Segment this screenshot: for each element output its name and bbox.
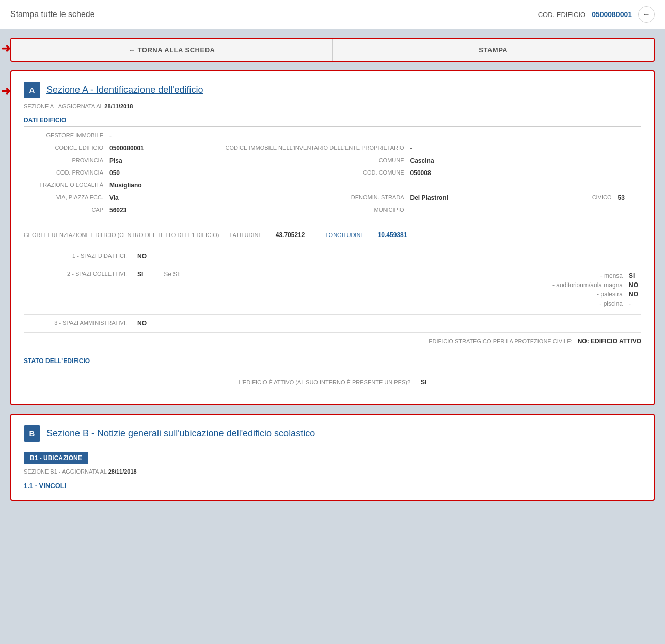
piscina-label: - piscina bbox=[549, 300, 626, 308]
longitudine-label: LONGITUDINE bbox=[325, 232, 364, 238]
codice-edificio-value: 0500080001 bbox=[106, 142, 222, 154]
frazione-label: FRAZIONE O LOCALITÀ bbox=[24, 179, 106, 192]
palestra-label: - palestra bbox=[549, 290, 626, 299]
via-label: VIA, PIAZZA ECC. bbox=[24, 192, 106, 204]
section-b1-update-info: SEZIONE B1 - AGGIORNATA AL 28/11/2018 bbox=[24, 468, 641, 475]
spazi-collettivi-row: 2 - Spazi collettivi: SI Se SI: - mensa … bbox=[24, 265, 641, 315]
gestore-value: - bbox=[106, 130, 222, 142]
cod-comune-label: COD. COMUNE bbox=[222, 167, 407, 179]
comune-value: Cascina bbox=[407, 154, 532, 167]
latitudine-value: 43.705212 bbox=[276, 231, 305, 239]
gestore-label: GESTORE IMMOBILE bbox=[24, 130, 106, 142]
georef-label: GEOREFERENZIAZIONE EDIFICIO (centro del … bbox=[24, 232, 219, 238]
palestra-value: NO bbox=[627, 290, 640, 299]
mensa-row: - mensa SI bbox=[549, 272, 640, 280]
back-to-scheda-button[interactable]: ← TORNA ALLA SCHEDA bbox=[11, 39, 333, 61]
provincia-label: PROVINCIA bbox=[24, 154, 106, 167]
b1-ubicazione-badge: B1 - UBICAZIONE bbox=[24, 452, 88, 464]
main-content: ➜ ← TORNA ALLA SCHEDA STAMPA ➜ A Sezione… bbox=[0, 29, 665, 517]
print-button[interactable]: STAMPA bbox=[333, 39, 654, 61]
frazione-row: FRAZIONE O LOCALITÀ Musigliano bbox=[24, 179, 641, 192]
palestra-row: - palestra NO bbox=[549, 290, 640, 299]
comune-label: COMUNE bbox=[222, 154, 407, 167]
mensa-label: - mensa bbox=[549, 272, 626, 280]
back-circle-button[interactable]: ← bbox=[638, 6, 655, 23]
codice-edificio-row: CODICE EDIFICIO 0500080001 CODICE IMMOBI… bbox=[24, 142, 641, 154]
cod-edificio-label: COD. EDIFICIO bbox=[538, 11, 585, 19]
auditorium-value: NO bbox=[627, 281, 640, 289]
latitudine-label: LATITUDINE bbox=[229, 232, 262, 238]
dati-edificio-title: DATI EDIFICIO bbox=[24, 117, 641, 127]
cod-comune-value: 050008 bbox=[407, 167, 532, 179]
spazi-collettivi-value: SI bbox=[137, 271, 143, 278]
action-bar: ← TORNA ALLA SCHEDA STAMPA bbox=[10, 38, 655, 62]
frazione-value: Musigliano bbox=[106, 179, 222, 192]
municipio-label: MUNICIPIO bbox=[222, 204, 407, 216]
cap-label: CAP bbox=[24, 204, 106, 216]
section-b-title: Sezione B - Notizie generali sull'ubicaz… bbox=[46, 428, 315, 439]
gestore-row: GESTORE IMMOBILE - bbox=[24, 130, 641, 142]
vincoli-title: 1.1 - VINCOLI bbox=[24, 482, 641, 490]
civico-value: 53 bbox=[615, 192, 641, 204]
longitudine-value: 10.459381 bbox=[378, 231, 407, 239]
arrow-indicator-1: ➜ bbox=[1, 42, 10, 55]
denomin-strada-value: Dei Piastroni bbox=[407, 192, 532, 204]
provincia-row: PROVINCIA Pisa COMUNE Cascina bbox=[24, 154, 641, 167]
cod-provincia-label: COD. PROVINCIA bbox=[24, 167, 106, 179]
spazi-didattici-row: 1 - Spazi didattici: NO bbox=[24, 247, 641, 265]
civico-label: CIVICO bbox=[532, 192, 615, 204]
spazi-collettivi-sub-table: - mensa SI - auditorioum/aula magna NO -… bbox=[548, 271, 641, 309]
top-header: Stampa tutte le schede COD. EDIFICIO 050… bbox=[0, 0, 665, 29]
spazi-amministrativi-label: 3 - Spazi amministrativi: bbox=[24, 320, 137, 326]
strategico-row: EDIFICIO STRATEGICO PER LA PROTEZIONE CI… bbox=[24, 333, 641, 350]
via-row: VIA, PIAZZA ECC. Via DENOMIN. STRADA Dei… bbox=[24, 192, 641, 204]
arrow-indicator-2: ➜ bbox=[1, 85, 10, 98]
section-a-title: Sezione A - Identificazione dell'edifici… bbox=[46, 85, 203, 96]
spazi-didattici-label: 1 - Spazi didattici: bbox=[24, 253, 137, 259]
divider-1 bbox=[24, 222, 641, 222]
attivo-label: L'EDIFICIO È ATTIVO (AL SUO INTERNO È PR… bbox=[239, 379, 410, 385]
section-b-badge: B bbox=[24, 425, 40, 442]
section-a-header: A Sezione A - Identificazione dell'edifi… bbox=[24, 82, 641, 98]
page-title: Stampa tutte le schede bbox=[10, 10, 95, 19]
codice-immobile-label: CODICE IMMOBILE NELL'INVENTARIO DELL'ENT… bbox=[222, 142, 407, 154]
spazi-amministrativi-row: 3 - Spazi amministrativi: NO bbox=[24, 315, 641, 333]
piscina-value: - bbox=[627, 300, 640, 308]
cod-edificio-value: 0500080001 bbox=[592, 10, 632, 19]
codice-edificio-label: CODICE EDIFICIO bbox=[24, 142, 106, 154]
section-b-header: B Sezione B - Notizie generali sull'ubic… bbox=[24, 425, 641, 442]
cod-provincia-row: COD. PROVINCIA 050 COD. COMUNE 050008 bbox=[24, 167, 641, 179]
se-si-label: Se SI: bbox=[164, 271, 181, 278]
section-a-badge: A bbox=[24, 82, 40, 98]
strategico-label: EDIFICIO STRATEGICO PER LA PROTEZIONE CI… bbox=[429, 338, 573, 344]
spazi-amministrativi-value: NO bbox=[137, 320, 147, 327]
attivo-row: L'EDIFICIO È ATTIVO (AL SUO INTERNO È PR… bbox=[24, 370, 641, 394]
cap-value: 56023 bbox=[106, 204, 222, 216]
strategico-value: NO: Edificio Attivo bbox=[578, 338, 641, 345]
via-value: Via bbox=[106, 192, 222, 204]
codice-immobile-value: - bbox=[407, 142, 532, 154]
georef-row: GEOREFERENZIAZIONE EDIFICIO (centro del … bbox=[24, 227, 641, 243]
spazi-didattici-value: NO bbox=[137, 253, 147, 260]
section-a-card: A Sezione A - Identificazione dell'edifi… bbox=[10, 70, 655, 405]
mensa-value: SI bbox=[627, 272, 640, 280]
auditorium-label: - auditorioum/aula magna bbox=[549, 281, 626, 289]
header-right: COD. EDIFICIO 0500080001 ← bbox=[538, 6, 655, 23]
denomin-strada-label: DENOMIN. STRADA bbox=[222, 192, 407, 204]
dati-edificio-table: GESTORE IMMOBILE - CODICE EDIFICIO 05000… bbox=[24, 130, 641, 216]
cap-row: CAP 56023 MUNICIPIO bbox=[24, 204, 641, 216]
provincia-value: Pisa bbox=[106, 154, 222, 167]
cod-provincia-value: 050 bbox=[106, 167, 222, 179]
auditorium-row: - auditorioum/aula magna NO bbox=[549, 281, 640, 289]
attivo-value: SI bbox=[421, 379, 426, 386]
municipio-value bbox=[407, 204, 532, 216]
spazi-collettivi-label: 2 - Spazi collettivi: bbox=[24, 271, 137, 277]
section-b-card: B Sezione B - Notizie generali sull'ubic… bbox=[10, 414, 655, 501]
piscina-row: - piscina - bbox=[549, 300, 640, 308]
stato-edificio-title: STATO DELL'EDIFICIO bbox=[24, 357, 641, 367]
section-a-update-info: SEZIONE A - AGGIORNATA AL 28/11/2018 bbox=[24, 103, 641, 109]
